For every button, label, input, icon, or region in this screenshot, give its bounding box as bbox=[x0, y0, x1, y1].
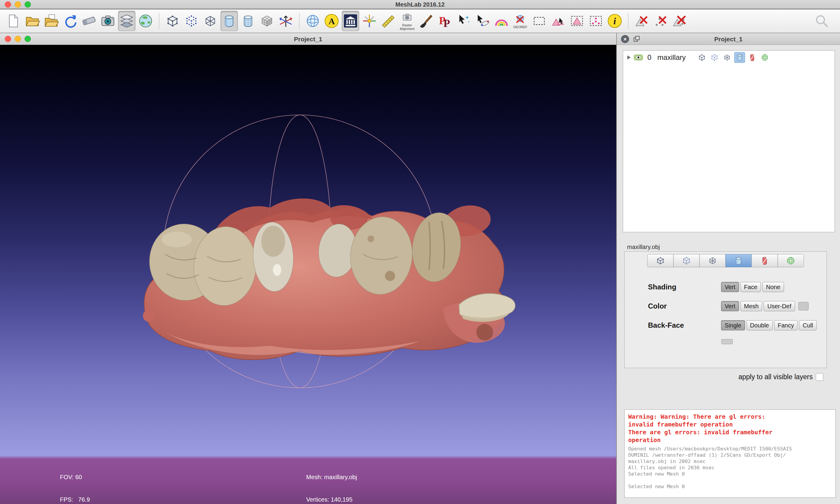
render-mode-tabs bbox=[647, 254, 804, 267]
wireframe-render-button[interactable] bbox=[202, 11, 219, 31]
delete-selected-vertices-button[interactable] bbox=[652, 11, 669, 31]
tab-smooth-render[interactable] bbox=[725, 254, 752, 267]
layer-shader-render-toggle[interactable] bbox=[759, 52, 770, 63]
delete-selected-all-button[interactable] bbox=[671, 11, 688, 31]
backface-option-3[interactable]: Cull bbox=[799, 320, 816, 330]
measure-icon bbox=[380, 13, 396, 29]
minimize-app-button[interactable] bbox=[15, 1, 21, 7]
import-mesh-button[interactable] bbox=[42, 11, 60, 31]
layer-visibility-toggle[interactable] bbox=[634, 53, 643, 62]
log-info-line: Opened mesh /Users/macbookpro/Desktop/ME… bbox=[628, 446, 832, 452]
pickpoints-icon: PP bbox=[437, 13, 453, 29]
export-mesh-button[interactable] bbox=[80, 11, 98, 31]
tab-shader-render[interactable] bbox=[778, 254, 804, 267]
detach-panel-button[interactable] bbox=[633, 35, 640, 42]
zoom-app-button[interactable] bbox=[24, 1, 31, 7]
texture-render-button[interactable] bbox=[258, 11, 276, 31]
log-messages: Opened mesh /Users/macbookpro/Desktop/ME… bbox=[628, 446, 832, 490]
manipulator-button[interactable] bbox=[474, 11, 491, 31]
color-option-1[interactable]: Mesh bbox=[740, 301, 762, 311]
raster-alignment-button[interactable]: Raster Alignment bbox=[398, 11, 416, 31]
log-info-line: Selected new Mesh 0 bbox=[628, 483, 832, 490]
hud-mesh-name: Mesh: maxillary.obj bbox=[306, 473, 357, 481]
quality-mapper-icon bbox=[494, 13, 509, 29]
tab-bbox-render[interactable] bbox=[647, 254, 674, 267]
maxillary-mesh bbox=[143, 198, 515, 360]
lighting-button[interactable] bbox=[342, 11, 359, 31]
layer-dialog-body: 0 maxillary maxillary.obj Shading Vert F… bbox=[617, 45, 840, 504]
layer-bbox-render-toggle[interactable] bbox=[697, 52, 707, 63]
trackball-button[interactable] bbox=[304, 11, 322, 31]
reload-button[interactable] bbox=[62, 11, 79, 31]
search-button[interactable] bbox=[813, 11, 830, 31]
select-faces-rect-button[interactable] bbox=[568, 11, 586, 31]
info-button[interactable]: i bbox=[606, 11, 623, 31]
close-app-button[interactable] bbox=[5, 1, 11, 7]
layer-wireframe-render-toggle[interactable] bbox=[722, 52, 733, 63]
select-rect-icon bbox=[531, 13, 547, 29]
snapshot-button[interactable] bbox=[99, 11, 117, 31]
ambient-occlusion-button[interactable]: A bbox=[323, 11, 340, 31]
axes-button[interactable] bbox=[277, 11, 294, 31]
shader-render-icon bbox=[760, 53, 769, 62]
bbox-render-icon bbox=[698, 53, 706, 62]
toolbar-separator bbox=[299, 13, 299, 29]
points-render-button[interactable] bbox=[183, 11, 200, 31]
backface-option-2[interactable]: Fancy bbox=[774, 320, 798, 330]
color-option-2[interactable]: User-Def bbox=[764, 301, 795, 311]
select-gesture-button[interactable] bbox=[455, 11, 473, 31]
paint-button[interactable] bbox=[417, 11, 435, 31]
delete-selected-faces-button[interactable] bbox=[633, 11, 650, 31]
pickpoints-button[interactable]: PP bbox=[436, 11, 453, 31]
backface-option-1[interactable]: Double bbox=[747, 320, 773, 330]
panel-title: Project_1 bbox=[617, 33, 840, 45]
color-option-0[interactable]: Vert bbox=[721, 301, 739, 311]
apply-checkbox[interactable] bbox=[816, 373, 823, 381]
toolbar-separator bbox=[159, 13, 159, 29]
tab-texture-onoff[interactable] bbox=[752, 254, 778, 267]
light-axes-icon bbox=[362, 13, 377, 29]
shading-option-2[interactable]: None bbox=[762, 282, 784, 292]
bbox-render-button[interactable] bbox=[164, 11, 181, 31]
open-project-button[interactable] bbox=[24, 11, 41, 31]
user-color-swatch[interactable] bbox=[799, 302, 808, 310]
measure-button[interactable] bbox=[380, 11, 397, 31]
tab-points-render[interactable] bbox=[673, 254, 700, 267]
toolbar-separator bbox=[628, 13, 629, 29]
layer-smooth-render-toggle[interactable] bbox=[734, 52, 745, 63]
delete-selected-faces-icon bbox=[634, 13, 650, 29]
layer-render-toggles bbox=[697, 52, 770, 63]
zoom-project-button[interactable] bbox=[24, 36, 31, 42]
viewport-3d[interactable]: FOV: 60 FPS: 76.9 BO_RENDERING Mesh: max… bbox=[0, 45, 616, 504]
select-faces-button[interactable] bbox=[549, 11, 567, 31]
select-rect-button[interactable] bbox=[531, 11, 548, 31]
select-vertices-button[interactable] bbox=[587, 11, 604, 31]
backface-color-swatch[interactable] bbox=[721, 339, 733, 344]
smooth-render-button[interactable] bbox=[221, 11, 238, 31]
light-axes-button[interactable] bbox=[361, 11, 378, 31]
minimize-project-button[interactable] bbox=[15, 36, 21, 42]
raster-alignment-icon bbox=[401, 12, 413, 23]
layer-points-render-toggle[interactable] bbox=[709, 52, 720, 63]
globe-button[interactable] bbox=[137, 11, 154, 31]
layers-dialog-button[interactable] bbox=[118, 11, 135, 31]
shading-option-0[interactable]: Vert bbox=[721, 282, 739, 292]
flatlines-render-button[interactable] bbox=[239, 11, 257, 31]
close-panel-button[interactable]: × bbox=[621, 35, 629, 43]
expand-layer-icon[interactable] bbox=[627, 55, 631, 59]
app-window-controls bbox=[5, 1, 31, 7]
georef-button[interactable]: GEOREF bbox=[512, 11, 529, 31]
log-warning-line: There are gl errors: invalid framebuffer bbox=[628, 428, 832, 436]
layer-texture-onoff-toggle[interactable] bbox=[747, 52, 758, 63]
log-info-line: DUMINIL /wetransfer-dffaad (1) 2/SCans G… bbox=[628, 452, 832, 458]
color-row: Color Vert Mesh User-Def bbox=[624, 301, 826, 311]
backface-option-0[interactable]: Single bbox=[721, 320, 745, 330]
select-faces-icon bbox=[550, 13, 566, 29]
close-project-button[interactable] bbox=[5, 36, 11, 42]
shading-option-1[interactable]: Face bbox=[740, 282, 761, 292]
tab-wireframe-render[interactable] bbox=[700, 254, 726, 267]
layer-row[interactable]: 0 maxillary bbox=[623, 51, 835, 64]
new-project-button[interactable] bbox=[5, 11, 22, 31]
log-panel[interactable]: Warning: Warning: There are gl errors:in… bbox=[624, 410, 836, 498]
quality-mapper-button[interactable] bbox=[493, 11, 510, 31]
